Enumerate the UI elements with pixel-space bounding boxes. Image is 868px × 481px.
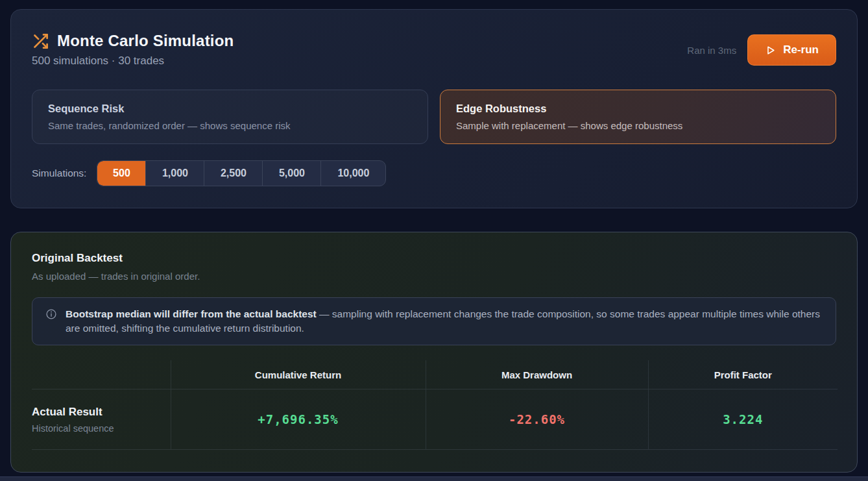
simulations-label: Simulations: — [32, 167, 86, 179]
mode-selector: Sequence Risk Same trades, randomized or… — [32, 90, 836, 144]
count-option-5000[interactable]: 5,000 — [262, 161, 320, 186]
profit-factor-value: 3.224 — [648, 389, 838, 450]
row-label-cell: Actual Result Historical sequence — [32, 389, 171, 450]
mode-card-edge-robustness[interactable]: Edge Robustness Sample with replacement … — [440, 90, 836, 144]
simulation-count-segmented-control: 500 1,000 2,500 5,000 10,000 — [97, 160, 386, 186]
count-option-1000[interactable]: 1,000 — [145, 161, 204, 186]
simulation-summary: 500 simulations · 30 trades — [32, 55, 234, 68]
info-icon — [45, 308, 57, 320]
count-option-10000[interactable]: 10,000 — [320, 161, 385, 186]
row-sublabel: Historical sequence — [32, 423, 171, 434]
mode-title: Sequence Risk — [48, 103, 412, 115]
panel-header: Monte Carlo Simulation 500 simulations ·… — [32, 32, 836, 68]
original-backtest-panel: Original Backtest As uploaded — trades i… — [10, 232, 858, 473]
header-profit-factor: Profit Factor — [648, 360, 838, 389]
backtest-results-table: Cumulative Return Max Drawdown Profit Fa… — [32, 360, 838, 450]
run-duration-label: Ran in 3ms — [687, 45, 736, 56]
backtest-subtitle: As uploaded — trades in original order. — [32, 271, 836, 282]
monte-carlo-panel: Monte Carlo Simulation 500 simulations ·… — [10, 9, 858, 208]
mode-description: Sample with replacement — shows edge rob… — [456, 120, 820, 131]
bootstrap-note-text: Bootstrap median will differ from the ac… — [66, 307, 823, 336]
mode-title: Edge Robustness — [456, 103, 820, 115]
table-header-row: Cumulative Return Max Drawdown Profit Fa… — [32, 360, 838, 389]
cumulative-return-value: +7,696.35% — [171, 389, 426, 450]
mode-card-sequence-risk[interactable]: Sequence Risk Same trades, randomized or… — [32, 90, 428, 144]
row-label: Actual Result — [32, 406, 171, 419]
count-option-2500[interactable]: 2,500 — [204, 161, 262, 186]
page-title: Monte Carlo Simulation — [57, 32, 234, 50]
bootstrap-note-bold: Bootstrap median will differ from the ac… — [66, 308, 317, 319]
backtest-title: Original Backtest — [32, 252, 836, 265]
rerun-button-label: Re-run — [783, 43, 819, 56]
header-max-drawdown: Max Drawdown — [426, 360, 648, 389]
play-icon — [765, 45, 776, 56]
table-row-actual-result: Actual Result Historical sequence +7,696… — [32, 389, 838, 450]
shuffle-icon — [32, 32, 49, 50]
header-empty-cell — [32, 360, 171, 389]
max-drawdown-value: -22.60% — [426, 389, 648, 450]
simulation-count-row: Simulations: 500 1,000 2,500 5,000 10,00… — [32, 160, 836, 186]
count-option-500[interactable]: 500 — [97, 161, 145, 186]
mode-description: Same trades, randomized order — shows se… — [48, 120, 412, 131]
rerun-button[interactable]: Re-run — [747, 34, 836, 66]
next-section-edge — [0, 476, 868, 481]
panel-header-left: Monte Carlo Simulation 500 simulations ·… — [32, 32, 234, 68]
header-cumulative-return: Cumulative Return — [171, 360, 426, 389]
bootstrap-note: Bootstrap median will differ from the ac… — [32, 297, 836, 345]
panel-header-right: Ran in 3ms Re-run — [687, 34, 836, 66]
